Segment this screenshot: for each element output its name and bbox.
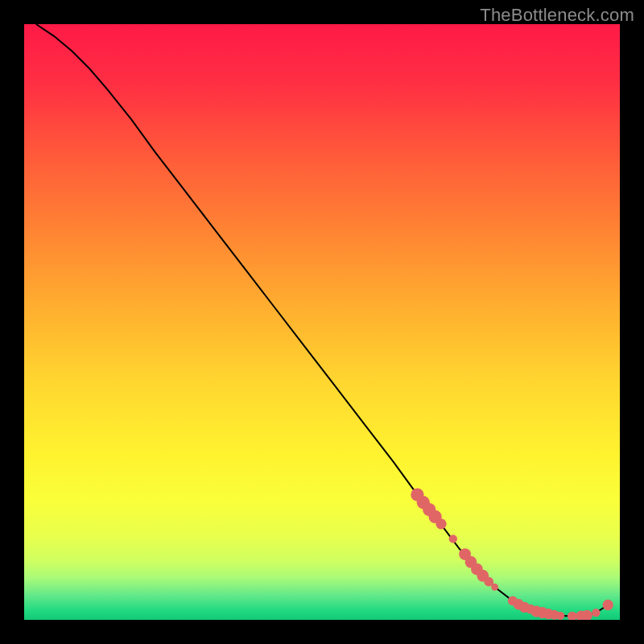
watermark-text: TheBottleneck.com xyxy=(480,5,634,26)
curve-marker xyxy=(436,518,446,529)
curve-marker xyxy=(592,609,600,617)
curve-marker xyxy=(556,612,564,620)
chart-stage: TheBottleneck.com xyxy=(0,0,644,644)
curve-marker xyxy=(449,535,457,543)
curve-marker xyxy=(491,584,498,591)
curve-marker xyxy=(603,600,613,610)
chart-plot-area xyxy=(24,24,620,620)
chart-svg xyxy=(24,24,620,620)
chart-background xyxy=(24,24,620,620)
